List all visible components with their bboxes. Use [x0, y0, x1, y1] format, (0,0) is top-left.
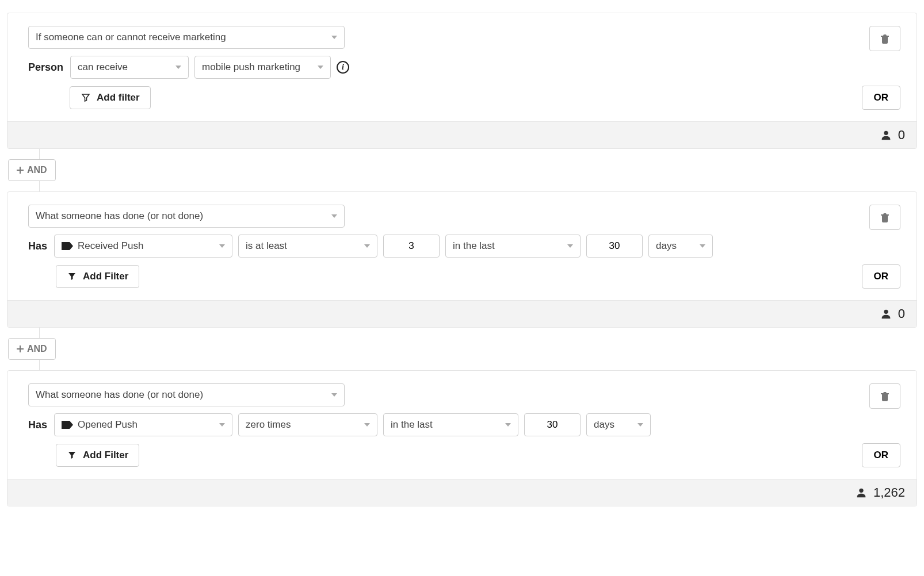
condition-type-select[interactable]: If someone can or cannot receive marketi…: [28, 26, 345, 49]
add-filter-label: Add filter: [97, 92, 140, 103]
consent-verb-select[interactable]: can receive: [70, 56, 189, 79]
chevron-down-icon: [331, 393, 337, 397]
and-button[interactable]: AND: [8, 338, 56, 360]
time-value-input[interactable]: [586, 235, 643, 258]
delete-button[interactable]: [869, 205, 900, 230]
chevron-down-icon: [219, 423, 225, 427]
and-button[interactable]: AND: [8, 159, 56, 181]
delete-button[interactable]: [869, 383, 900, 409]
chevron-down-icon: [318, 66, 323, 69]
or-button[interactable]: OR: [862, 443, 901, 467]
count-value: 0: [898, 128, 905, 143]
condition-block-3: What someone has done (or not done) Has …: [7, 370, 917, 506]
filter-icon: [67, 271, 77, 282]
chevron-down-icon: [505, 423, 511, 427]
svg-rect-2: [17, 170, 24, 171]
time-unit-value: days: [656, 240, 677, 252]
chevron-down-icon: [637, 423, 643, 427]
block-footer: 0: [7, 121, 917, 148]
condition-type-label: If someone can or cannot receive marketi…: [36, 32, 226, 43]
person-label: Person: [28, 62, 63, 74]
condition-block-1: If someone can or cannot receive marketi…: [7, 13, 917, 149]
condition-type-label: What someone has done (or not done): [36, 210, 203, 222]
chevron-down-icon: [331, 214, 337, 218]
trash-icon: [880, 33, 889, 44]
add-filter-button[interactable]: Add Filter: [56, 444, 139, 467]
channel-value: mobile push marketing: [202, 62, 300, 73]
or-button[interactable]: OR: [862, 86, 901, 110]
trash-icon: [880, 391, 889, 401]
tag-icon: [62, 421, 73, 429]
event-select[interactable]: Opened Push: [54, 413, 232, 436]
delete-button[interactable]: [869, 26, 900, 51]
chevron-down-icon: [219, 244, 225, 248]
channel-select[interactable]: mobile push marketing: [194, 56, 331, 79]
count-input[interactable]: [383, 235, 440, 258]
svg-point-6: [859, 489, 863, 493]
block-footer: 0: [7, 300, 917, 327]
svg-rect-5: [17, 348, 24, 350]
block-footer: 1,262: [7, 479, 917, 506]
comparator-value: is at least: [246, 240, 287, 252]
filter-icon: [67, 450, 77, 460]
add-filter-button[interactable]: Add filter: [70, 86, 151, 109]
chevron-down-icon: [364, 244, 370, 248]
person-icon: [880, 129, 892, 141]
add-filter-label: Add Filter: [83, 450, 128, 461]
info-icon[interactable]: i: [337, 61, 349, 74]
event-select[interactable]: Received Push: [54, 235, 232, 258]
timeframe-select[interactable]: in the last: [445, 235, 581, 258]
filter-icon: [81, 93, 91, 103]
count-value: 1,262: [873, 485, 905, 500]
event-value: Received Push: [78, 240, 143, 252]
svg-point-3: [884, 310, 888, 314]
chevron-down-icon: [700, 244, 705, 248]
chevron-down-icon: [364, 423, 370, 427]
comparator-value: zero times: [246, 419, 291, 431]
event-value: Opened Push: [78, 419, 138, 431]
tag-icon: [62, 242, 73, 250]
comparator-select[interactable]: is at least: [238, 235, 377, 258]
person-icon: [855, 486, 868, 499]
chevron-down-icon: [567, 244, 573, 248]
condition-block-2: What someone has done (or not done) Has …: [7, 191, 917, 328]
timeframe-value: in the last: [453, 240, 495, 252]
consent-verb-value: can receive: [78, 62, 128, 73]
add-filter-button[interactable]: Add Filter: [56, 265, 139, 288]
time-unit-value: days: [594, 419, 614, 431]
time-value-input[interactable]: [524, 413, 581, 436]
condition-type-select[interactable]: What someone has done (or not done): [28, 383, 345, 406]
comparator-select[interactable]: zero times: [238, 413, 377, 436]
chevron-down-icon: [175, 66, 181, 69]
trash-icon: [880, 212, 889, 222]
or-button[interactable]: OR: [862, 264, 901, 289]
time-unit-select[interactable]: days: [648, 235, 713, 258]
person-icon: [880, 308, 892, 320]
svg-point-0: [884, 131, 888, 135]
count-value: 0: [898, 306, 905, 321]
condition-type-label: What someone has done (or not done): [36, 389, 203, 401]
add-filter-label: Add Filter: [83, 271, 128, 282]
has-label: Has: [28, 419, 47, 431]
has-label: Has: [28, 240, 47, 252]
time-unit-select[interactable]: days: [586, 413, 651, 436]
timeframe-value: in the last: [391, 419, 433, 431]
timeframe-select[interactable]: in the last: [383, 413, 518, 436]
chevron-down-icon: [331, 36, 337, 39]
condition-type-select[interactable]: What someone has done (or not done): [28, 205, 345, 228]
plus-icon: [17, 167, 24, 174]
plus-icon: [17, 345, 24, 352]
